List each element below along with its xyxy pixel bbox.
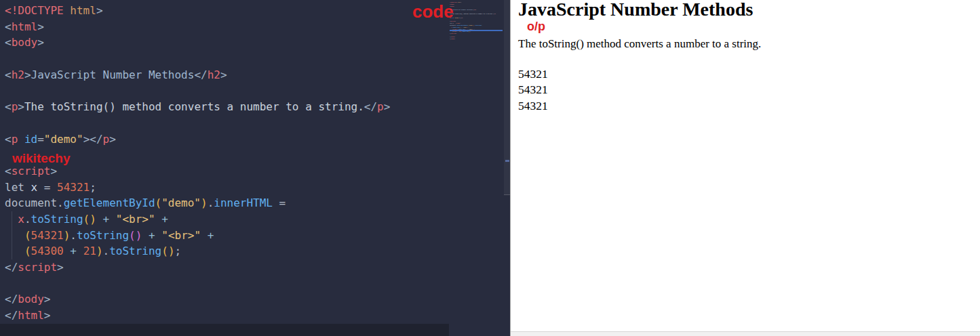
code-line (5, 51, 449, 67)
code-area[interactable]: <!DOCTYPE html><html><body><h2>JavaScrip… (0, 0, 449, 336)
minimap[interactable]: <!DOCTYPE html><html><body><h2>JavaScrip… (450, 1, 503, 320)
code-line: (54300 + 21).toString(); (5, 243, 449, 259)
preview-heading: JavaScript Number Methods (518, 0, 753, 20)
code-line: </html> (5, 308, 449, 324)
code-line: <h2>JavaScript Number Methods</h2> (5, 67, 449, 83)
browser-horizontal-scrollbar[interactable] (511, 331, 980, 336)
code-editor[interactable]: <!DOCTYPE html><html><body><h2>JavaScrip… (0, 0, 510, 336)
editor-vertical-scrollbar[interactable] (504, 0, 510, 336)
code-line (5, 276, 449, 292)
code-line: (54321).toString() + "<br>" + (5, 228, 449, 244)
code-line (5, 115, 449, 131)
code-line: <!DOCTYPE html> (5, 3, 449, 19)
watermark-wikitechy: wikitechy (12, 151, 71, 166)
preview-output-line: 54321 (518, 82, 548, 98)
code-line: <script> (5, 163, 449, 180)
screenshot-root: <!DOCTYPE html><html><body><h2>JavaScrip… (0, 0, 980, 336)
browser-preview-pane: JavaScript Number Methods o/p The toStri… (511, 0, 980, 336)
code-line: <html> (5, 19, 449, 35)
code-line (5, 147, 449, 163)
code-line: document.getElementById("demo").innerHTM… (5, 195, 449, 211)
preview-output: 543215432154321 (518, 66, 548, 114)
preview-paragraph: The toString() method converts a number … (518, 37, 761, 51)
watermark-op: o/p (527, 20, 545, 34)
code-line: </body> (5, 291, 449, 308)
preview-output-line: 54321 (518, 98, 548, 114)
code-line: <p>The toString() method converts a numb… (5, 99, 449, 115)
code-line: </script> (5, 259, 449, 276)
code-line: <body> (5, 35, 449, 51)
code-line: <p id="demo"></p> (5, 131, 449, 148)
code-line: x.toString() + "<br>" + (5, 211, 449, 228)
preview-output-line: 54321 (518, 66, 548, 82)
watermark-code: code (412, 1, 454, 22)
editor-horizontal-scrollbar-thumb[interactable] (0, 324, 449, 336)
editor-horizontal-scrollbar[interactable] (0, 324, 504, 336)
minimap-code-preview: <!DOCTYPE html><html><body><h2>JavaScrip… (450, 1, 503, 40)
code-line (5, 83, 449, 99)
code-line: let x = 54321; (5, 180, 449, 196)
code-line: </html> (450, 38, 503, 40)
minimap-highlight-line (450, 30, 503, 31)
editor-vertical-scrollbar-thumb[interactable] (504, 0, 510, 195)
overview-ruler-marker (505, 160, 509, 162)
